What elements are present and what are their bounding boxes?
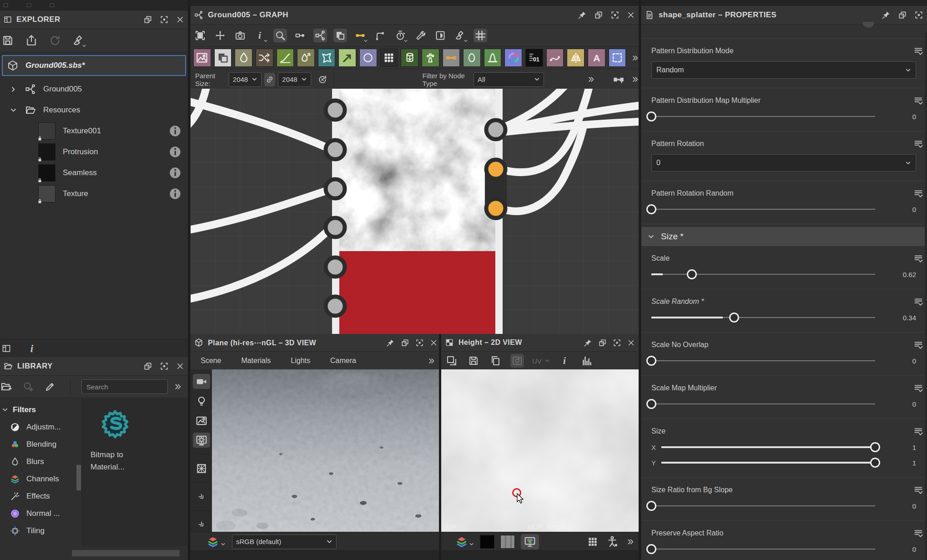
info-italic-icon[interactable]: i (26, 343, 38, 354)
new-window-button[interactable] (445, 354, 458, 368)
link-sizes-button[interactable] (264, 73, 275, 86)
close-icon[interactable] (430, 339, 438, 347)
node-tile-bitmap01[interactable]: 01 (525, 49, 543, 67)
info-icon[interactable] (169, 187, 181, 200)
background-striped-swatch[interactable] (500, 535, 515, 549)
close-icon[interactable] (627, 339, 635, 347)
pin-icon[interactable] (386, 338, 395, 347)
float-window-icon[interactable] (143, 15, 152, 24)
maximize-icon[interactable] (914, 10, 923, 20)
node-tile-droplet[interactable] (235, 49, 252, 67)
grid-frame-button[interactable] (474, 29, 487, 42)
parameter-menu-icon[interactable] (913, 528, 923, 538)
pin-icon[interactable] (578, 10, 587, 20)
tree-item-texture[interactable]: Texture (0, 183, 188, 204)
environment-button[interactable] (193, 413, 210, 428)
copy-button[interactable] (489, 354, 502, 368)
parameter-menu-icon[interactable] (913, 297, 923, 307)
refresh-image-button[interactable] (510, 354, 524, 368)
parameter-slider[interactable] (661, 442, 875, 453)
close-icon[interactable] (176, 362, 184, 370)
filter-node-type-select[interactable]: All (474, 72, 544, 87)
parameter-slider[interactable] (651, 544, 875, 555)
node-tile-ellipse[interactable] (463, 49, 481, 67)
clean-button[interactable] (72, 34, 86, 47)
view2d-viewport[interactable]: 204 HDR: 32bpc (441, 369, 639, 532)
node-tile-circle[interactable] (359, 49, 377, 67)
parent-size-height-select[interactable]: 2048 (278, 72, 311, 87)
transform-button[interactable] (213, 29, 227, 42)
pin-icon[interactable] (584, 338, 592, 347)
clean-button[interactable] (453, 29, 467, 42)
video-camera-button[interactable] (193, 374, 210, 389)
parameter-menu-icon[interactable] (913, 46, 923, 56)
pencil-icon[interactable] (45, 381, 55, 392)
reload-button[interactable] (48, 34, 62, 47)
library-filter-blurs[interactable]: Blurs (0, 453, 82, 470)
save-button[interactable] (1, 34, 15, 47)
info-icon[interactable] (169, 146, 181, 158)
node-tile-arrow-up[interactable] (338, 49, 356, 67)
float-window-icon[interactable] (401, 338, 409, 347)
bulb-button[interactable] (193, 394, 210, 409)
monitor-rgb-button[interactable] (521, 534, 539, 550)
channels-layers-icon[interactable] (456, 536, 468, 548)
parameter-menu-icon[interactable] (913, 139, 923, 149)
node-tile-distort[interactable] (318, 49, 336, 67)
parameter-slider[interactable] (651, 111, 875, 122)
node-tile-dumbbell[interactable] (443, 49, 460, 67)
tree-item-ground005[interactable]: Ground005 (0, 79, 188, 100)
library-filter-effects[interactable]: Effects (0, 488, 82, 505)
library-filters-root[interactable]: Filters (0, 401, 82, 419)
float-window-icon[interactable] (898, 10, 907, 20)
export-button[interactable] (25, 34, 38, 47)
library-filter-blending[interactable]: Blending (0, 436, 82, 453)
parameter-menu-icon[interactable] (913, 383, 923, 393)
node-tile-splatter[interactable] (422, 49, 439, 67)
param-input[interactable]: 0 (651, 154, 916, 172)
parameter-slider[interactable] (651, 500, 875, 511)
info-italic-button[interactable]: i (253, 29, 267, 42)
library-search-input[interactable] (81, 379, 168, 394)
menu-lights[interactable]: Lights (291, 357, 310, 365)
dumbbell-button[interactable] (353, 29, 367, 42)
tree-item-texture001[interactable]: Texture001 (0, 121, 188, 141)
node-tile-grid9[interactable] (380, 49, 398, 67)
camera-button[interactable] (233, 29, 247, 42)
more-chevrons-icon[interactable] (632, 76, 639, 83)
timer-button[interactable] (393, 29, 407, 42)
node-link-pair-icon[interactable] (613, 74, 625, 86)
info-italic-button[interactable]: i (558, 354, 572, 368)
maximize-icon[interactable] (415, 338, 424, 347)
chev-right-icon[interactable] (10, 86, 17, 93)
link-node-button[interactable] (293, 29, 307, 42)
tree-item-protrusion[interactable]: Protrusion (0, 141, 188, 162)
uv-mode-select[interactable]: UV (532, 357, 550, 365)
node-tile-layers[interactable] (214, 49, 232, 67)
param-dropdown[interactable]: Random (651, 61, 916, 79)
close-icon[interactable] (627, 11, 635, 19)
menubar-overflow-icon[interactable] (428, 358, 435, 364)
save-button[interactable] (467, 354, 480, 368)
node-tile-dashed-select[interactable] (609, 49, 626, 67)
maximize-icon[interactable] (610, 10, 620, 20)
parameter-menu-icon[interactable] (913, 340, 923, 350)
float-window-icon[interactable] (594, 10, 603, 20)
node-tile-peak[interactable] (484, 49, 502, 67)
node-tile-spline[interactable] (546, 49, 564, 67)
parameter-slider[interactable] (651, 269, 875, 280)
parameter-slider[interactable] (651, 399, 875, 409)
maximize-icon[interactable] (160, 362, 169, 371)
panel-split-icon[interactable] (2, 344, 11, 353)
filter-list-scrollbar[interactable] (76, 465, 81, 490)
palette-overflow-icon[interactable] (632, 55, 639, 61)
parameter-menu-icon[interactable] (913, 96, 923, 106)
library-filter-channels[interactable]: Channels (0, 470, 82, 488)
chevrons-icon[interactable] (627, 538, 634, 545)
frame-select-button[interactable] (193, 29, 207, 42)
display-gear-button[interactable] (193, 433, 210, 448)
node-tile-droplet-arrow[interactable] (297, 49, 315, 67)
library-filter-adjustm-[interactable]: Adjustm... (0, 419, 82, 436)
parameter-slider[interactable] (651, 355, 875, 366)
node-tile-mirror[interactable] (567, 49, 584, 67)
